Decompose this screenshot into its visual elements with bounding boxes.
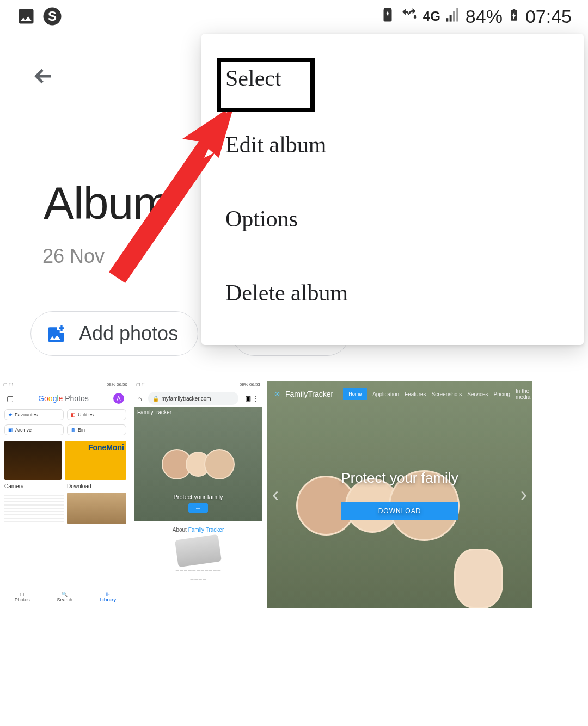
add-photos-button[interactable]: Add photos [30,311,198,356]
status-right: 4G 84% 07:45 [379,5,572,28]
photo-grid: ▢ ⬚58% 06:50 ▢ Google Photos A ★Favourit… [1,381,587,608]
gallery-icon [16,7,36,26]
t1-bottom-nav: ▢Photos 🔍Search ⊪Library [1,586,130,608]
arrow-left-icon [31,64,56,89]
t1-brand: Google Photos [38,394,89,403]
network-type: 4G [423,9,440,24]
photo-thumbnail-2[interactable]: ▢ ⬚59% 06:53 ⌂ 🔒myfamilytracker.com ▣ ⋮ … [134,381,262,608]
svg-text:S: S [48,9,57,23]
menu-item-edit-album[interactable]: Edit album [201,108,584,182]
photo-thumbnail-1[interactable]: ▢ ⬚58% 06:50 ▢ Google Photos A ★Favourit… [1,381,130,608]
clock-time: 07:45 [525,6,572,27]
add-photo-icon [45,323,67,344]
photo-thumbnail-3[interactable]: ⦿ FamilyTracker Home Application Feature… [267,381,532,608]
menu-item-select[interactable]: Select [201,49,584,108]
t1-status-right: 58% 06:50 [107,382,127,389]
album-date: 26 Nov [42,245,105,268]
add-photos-label: Add photos [79,322,178,345]
status-left: S [16,7,62,26]
vibrate-icon [400,5,419,28]
t1-avatar: A [113,393,124,404]
recycle-icon [379,6,396,27]
menu-item-options[interactable]: Options [201,182,584,256]
menu-item-delete-album[interactable]: Delete album [201,256,584,330]
overflow-menu: Select Edit album Options Delete album [201,34,584,345]
skype-icon: S [42,7,62,26]
status-bar: S 4G 84% 07:45 [0,0,588,33]
back-button[interactable] [30,63,57,90]
album-title: Album [44,177,170,230]
battery-charging-icon [507,6,521,27]
signal-icon [445,6,461,27]
t1-status-left: ▢ ⬚ [3,382,13,389]
battery-pct: 84% [465,6,503,27]
